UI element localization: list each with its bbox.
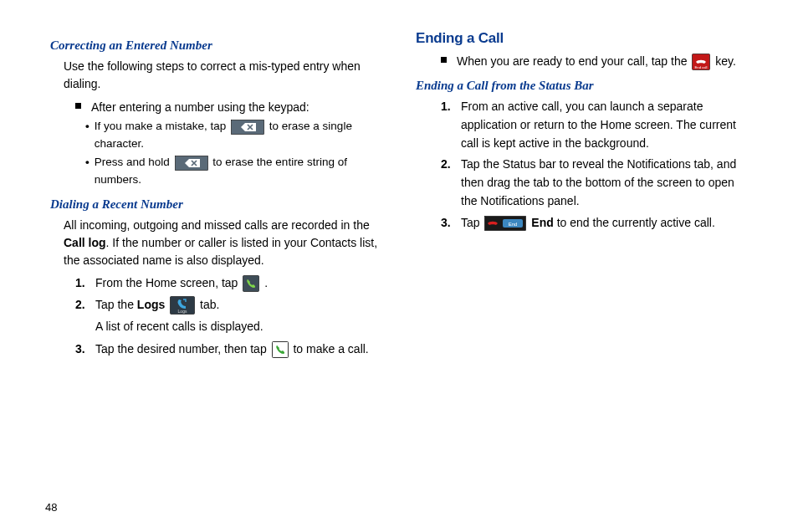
step-body: Tap the Status bar to reveal the Notific…	[461, 156, 748, 210]
step-text-b	[165, 298, 168, 311]
end-bold: End	[531, 216, 553, 229]
svg-rect-2	[243, 276, 259, 292]
dot-bullet-icon: •	[85, 118, 90, 136]
step-text-a: Tap the	[95, 298, 137, 311]
intro-text-a: All incoming, outgoing and missed calls …	[64, 218, 370, 232]
step-text-c: to end the currently active call.	[554, 216, 715, 229]
step-number: 3.	[75, 340, 95, 359]
subsection-ending-status-bar: Ending a Call from the Status Bar	[416, 79, 748, 93]
step-3: 3. Tap the desired number, then tap to m…	[75, 340, 382, 359]
logs-tab-icon: Logs	[170, 296, 195, 315]
step-body: Tap the Logs Logs tab.	[95, 296, 382, 315]
text-before-icon: Press and hold	[95, 156, 173, 168]
text-after-icon: key.	[715, 54, 736, 68]
svg-text:Logs: Logs	[178, 309, 187, 314]
notification-end-icon: End	[484, 216, 526, 231]
right-column: Ending a Call When you are ready to end …	[416, 30, 748, 362]
step-2-after: A list of recent calls is displayed.	[95, 318, 382, 335]
step-number: 3.	[441, 214, 461, 233]
step-text-a: Tap the desired number, then tap	[95, 342, 270, 356]
step-number: 1.	[75, 274, 95, 293]
sub-bullet-erase-all: • Press and hold to erase the entire str…	[85, 154, 382, 189]
dot-bullet-icon: •	[85, 154, 90, 171]
step-text-b: .	[264, 276, 268, 289]
sub-bullet-erase-char: • If you make a mistake, tap to erase a …	[85, 118, 382, 153]
step-body: From an active call, you can launch a se…	[461, 98, 748, 152]
step-1: 1. From the Home screen, tap .	[75, 274, 382, 293]
bullet-end-key: When you are ready to end your call, tap…	[441, 52, 748, 70]
step-body: Tap the desired number, then tap to make…	[95, 340, 382, 359]
svg-rect-5	[272, 342, 288, 358]
step-number: 2.	[441, 156, 461, 174]
phone-app-icon	[243, 275, 259, 292]
step-text-b: to make a call.	[293, 342, 368, 356]
section-ending-call: Ending a Call	[416, 30, 748, 47]
bullet-text: After entering a number using the keypad…	[91, 98, 309, 116]
manual-page: Correcting an Entered Number Use the fol…	[50, 30, 748, 362]
bullet-keypad: After entering a number using the keypad…	[75, 98, 382, 116]
call-log-bold: Call log	[64, 236, 106, 249]
svg-text:End call: End call	[695, 65, 708, 69]
logs-bold: Logs	[137, 298, 165, 311]
step-number: 2.	[75, 296, 95, 315]
intro-text-b: . If the number or caller is listed in y…	[64, 236, 377, 267]
step-text-a: Tap	[461, 216, 483, 229]
sub-bullet-body: Press and hold to erase the entire strin…	[95, 154, 382, 189]
step-body: From the Home screen, tap .	[95, 274, 382, 293]
svg-text:End: End	[509, 221, 518, 226]
step-text-a: From the Home screen, tap	[95, 276, 241, 289]
intro-paragraph: All incoming, outgoing and missed calls …	[64, 217, 382, 269]
step-number: 1.	[441, 98, 461, 116]
step-1: 1. From an active call, you can launch a…	[441, 98, 748, 152]
subsection-correcting-number: Correcting an Entered Number	[50, 38, 382, 53]
backspace-icon	[231, 120, 264, 135]
sub-bullet-body: If you make a mistake, tap to erase a si…	[95, 118, 382, 153]
page-number: 48	[45, 501, 57, 514]
step-3: 3. Tap End End to end the currently acti…	[441, 214, 748, 233]
square-bullet-icon	[75, 103, 81, 109]
backspace-icon	[175, 156, 208, 171]
square-bullet-icon	[441, 57, 447, 63]
intro-paragraph: Use the following steps to correct a mis…	[64, 58, 382, 93]
text-before-icon: If you make a mistake, tap	[95, 120, 229, 132]
step-2: 2. Tap the Logs Logs tab.	[75, 296, 382, 315]
bullet-body: When you are ready to end your call, tap…	[457, 52, 736, 70]
step-text-c: tab.	[200, 298, 219, 311]
step-body: Tap End End to end the currently active …	[461, 214, 748, 233]
step-2: 2. Tap the Status bar to reveal the Noti…	[441, 156, 748, 210]
left-column: Correcting an Entered Number Use the fol…	[50, 30, 382, 362]
subsection-dialing-recent: Dialing a Recent Number	[50, 197, 382, 212]
text-before-icon: When you are ready to end your call, tap…	[457, 54, 690, 68]
end-call-key-icon: End call	[692, 54, 710, 70]
call-icon	[272, 341, 289, 358]
